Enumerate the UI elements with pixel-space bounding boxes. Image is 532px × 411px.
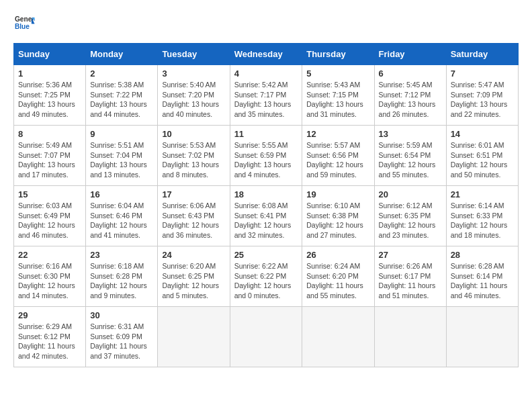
calendar-day: 6Sunrise: 5:45 AMSunset: 7:12 PMDaylight… bbox=[374, 65, 446, 126]
day-info: Sunrise: 6:29 AMSunset: 6:12 PMDaylight:… bbox=[18, 322, 81, 361]
calendar-day: 24Sunrise: 6:20 AMSunset: 6:25 PMDayligh… bbox=[158, 246, 230, 307]
day-number: 12 bbox=[306, 129, 369, 139]
calendar-day bbox=[302, 307, 374, 367]
calendar-day: 28Sunrise: 6:28 AMSunset: 6:14 PMDayligh… bbox=[446, 246, 518, 307]
calendar-day: 2Sunrise: 5:38 AMSunset: 7:22 PMDaylight… bbox=[86, 65, 158, 126]
calendar-week: 1Sunrise: 5:36 AMSunset: 7:25 PMDaylight… bbox=[14, 65, 519, 126]
weekday-header: Thursday bbox=[302, 44, 374, 65]
calendar-day: 25Sunrise: 6:22 AMSunset: 6:22 PMDayligh… bbox=[230, 246, 302, 307]
day-info: Sunrise: 5:45 AMSunset: 7:12 PMDaylight:… bbox=[379, 80, 442, 120]
day-number: 3 bbox=[162, 68, 225, 79]
calendar-day: 22Sunrise: 6:16 AMSunset: 6:30 PMDayligh… bbox=[14, 246, 86, 307]
calendar-day bbox=[158, 307, 230, 367]
day-number: 2 bbox=[90, 68, 153, 79]
day-number: 16 bbox=[90, 189, 153, 199]
day-info: Sunrise: 5:42 AMSunset: 7:17 PMDaylight:… bbox=[234, 80, 298, 120]
day-info: Sunrise: 5:47 AMSunset: 7:09 PMDaylight:… bbox=[451, 80, 514, 120]
logo: General Blue bbox=[13, 13, 35, 32]
calendar-day: 17Sunrise: 6:06 AMSunset: 6:43 PMDayligh… bbox=[158, 186, 230, 246]
day-number: 24 bbox=[162, 250, 225, 260]
day-info: Sunrise: 6:01 AMSunset: 6:51 PMDaylight:… bbox=[451, 140, 514, 180]
weekday-header: Monday bbox=[86, 44, 158, 65]
calendar-day: 3Sunrise: 5:40 AMSunset: 7:20 PMDaylight… bbox=[158, 65, 230, 126]
day-number: 30 bbox=[90, 310, 153, 320]
day-info: Sunrise: 5:43 AMSunset: 7:15 PMDaylight:… bbox=[306, 80, 369, 120]
logo-icon: General Blue bbox=[13, 13, 35, 32]
day-number: 14 bbox=[451, 129, 514, 139]
calendar-day: 18Sunrise: 6:08 AMSunset: 6:41 PMDayligh… bbox=[230, 186, 302, 246]
weekday-header: Wednesday bbox=[230, 44, 302, 65]
day-info: Sunrise: 6:20 AMSunset: 6:25 PMDaylight:… bbox=[162, 261, 225, 301]
day-info: Sunrise: 5:55 AMSunset: 6:59 PMDaylight:… bbox=[234, 140, 298, 180]
day-number: 8 bbox=[18, 129, 81, 139]
calendar-day: 11Sunrise: 5:55 AMSunset: 6:59 PMDayligh… bbox=[230, 126, 302, 186]
day-number: 10 bbox=[162, 129, 225, 139]
calendar-day: 26Sunrise: 6:24 AMSunset: 6:20 PMDayligh… bbox=[302, 246, 374, 307]
calendar-day: 7Sunrise: 5:47 AMSunset: 7:09 PMDaylight… bbox=[446, 65, 518, 126]
day-info: Sunrise: 6:28 AMSunset: 6:14 PMDaylight:… bbox=[451, 261, 514, 301]
calendar-day: 1Sunrise: 5:36 AMSunset: 7:25 PMDaylight… bbox=[14, 65, 86, 126]
day-info: Sunrise: 5:59 AMSunset: 6:54 PMDaylight:… bbox=[379, 140, 442, 180]
day-number: 5 bbox=[306, 68, 369, 79]
day-number: 1 bbox=[18, 68, 81, 79]
day-number: 13 bbox=[379, 129, 442, 139]
day-number: 26 bbox=[306, 250, 369, 260]
calendar-day: 16Sunrise: 6:04 AMSunset: 6:46 PMDayligh… bbox=[86, 186, 158, 246]
day-info: Sunrise: 6:10 AMSunset: 6:38 PMDaylight:… bbox=[306, 201, 369, 240]
day-info: Sunrise: 6:16 AMSunset: 6:30 PMDaylight:… bbox=[18, 261, 81, 301]
calendar: SundayMondayTuesdayWednesdayThursdayFrid… bbox=[13, 43, 519, 367]
calendar-day: 14Sunrise: 6:01 AMSunset: 6:51 PMDayligh… bbox=[446, 126, 518, 186]
day-info: Sunrise: 5:53 AMSunset: 7:02 PMDaylight:… bbox=[162, 140, 225, 180]
day-number: 18 bbox=[234, 189, 298, 199]
day-number: 27 bbox=[379, 250, 442, 260]
day-number: 17 bbox=[162, 189, 225, 199]
calendar-day bbox=[230, 307, 302, 367]
day-info: Sunrise: 5:57 AMSunset: 6:56 PMDaylight:… bbox=[306, 140, 369, 180]
day-number: 29 bbox=[18, 310, 81, 320]
weekday-header: Saturday bbox=[446, 44, 518, 65]
calendar-day: 23Sunrise: 6:18 AMSunset: 6:28 PMDayligh… bbox=[86, 246, 158, 307]
calendar-day: 20Sunrise: 6:12 AMSunset: 6:35 PMDayligh… bbox=[374, 186, 446, 246]
day-info: Sunrise: 6:26 AMSunset: 6:17 PMDaylight:… bbox=[379, 261, 442, 301]
day-info: Sunrise: 5:38 AMSunset: 7:22 PMDaylight:… bbox=[90, 80, 153, 120]
day-info: Sunrise: 6:08 AMSunset: 6:41 PMDaylight:… bbox=[234, 201, 298, 240]
page-header: General Blue bbox=[13, 13, 519, 32]
weekday-header: Sunday bbox=[14, 44, 86, 65]
calendar-day: 12Sunrise: 5:57 AMSunset: 6:56 PMDayligh… bbox=[302, 126, 374, 186]
calendar-day: 15Sunrise: 6:03 AMSunset: 6:49 PMDayligh… bbox=[14, 186, 86, 246]
day-info: Sunrise: 6:22 AMSunset: 6:22 PMDaylight:… bbox=[234, 261, 298, 301]
day-info: Sunrise: 5:51 AMSunset: 7:04 PMDaylight:… bbox=[90, 140, 153, 180]
day-number: 4 bbox=[234, 68, 298, 79]
day-number: 25 bbox=[234, 250, 298, 260]
svg-text:Blue: Blue bbox=[15, 23, 30, 30]
calendar-day bbox=[446, 307, 518, 367]
calendar-week: 29Sunrise: 6:29 AMSunset: 6:12 PMDayligh… bbox=[14, 307, 519, 367]
day-number: 20 bbox=[379, 189, 442, 199]
day-number: 19 bbox=[306, 189, 369, 199]
calendar-week: 15Sunrise: 6:03 AMSunset: 6:49 PMDayligh… bbox=[14, 186, 519, 246]
calendar-day: 10Sunrise: 5:53 AMSunset: 7:02 PMDayligh… bbox=[158, 126, 230, 186]
day-number: 28 bbox=[451, 250, 514, 260]
weekday-header: Friday bbox=[374, 44, 446, 65]
day-number: 6 bbox=[379, 68, 442, 79]
day-info: Sunrise: 5:36 AMSunset: 7:25 PMDaylight:… bbox=[18, 80, 81, 120]
day-number: 9 bbox=[90, 129, 153, 139]
day-number: 11 bbox=[234, 129, 298, 139]
day-info: Sunrise: 5:40 AMSunset: 7:20 PMDaylight:… bbox=[162, 80, 225, 120]
day-info: Sunrise: 6:06 AMSunset: 6:43 PMDaylight:… bbox=[162, 201, 225, 240]
day-info: Sunrise: 6:14 AMSunset: 6:33 PMDaylight:… bbox=[451, 201, 514, 240]
calendar-day: 4Sunrise: 5:42 AMSunset: 7:17 PMDaylight… bbox=[230, 65, 302, 126]
day-number: 22 bbox=[18, 250, 81, 260]
day-number: 7 bbox=[451, 68, 514, 79]
calendar-day: 9Sunrise: 5:51 AMSunset: 7:04 PMDaylight… bbox=[86, 126, 158, 186]
weekday-header: Tuesday bbox=[158, 44, 230, 65]
day-info: Sunrise: 6:24 AMSunset: 6:20 PMDaylight:… bbox=[306, 261, 369, 301]
calendar-day: 29Sunrise: 6:29 AMSunset: 6:12 PMDayligh… bbox=[14, 307, 86, 367]
calendar-day: 8Sunrise: 5:49 AMSunset: 7:07 PMDaylight… bbox=[14, 126, 86, 186]
day-info: Sunrise: 6:03 AMSunset: 6:49 PMDaylight:… bbox=[18, 201, 81, 240]
calendar-day: 21Sunrise: 6:14 AMSunset: 6:33 PMDayligh… bbox=[446, 186, 518, 246]
calendar-day: 13Sunrise: 5:59 AMSunset: 6:54 PMDayligh… bbox=[374, 126, 446, 186]
day-number: 21 bbox=[451, 189, 514, 199]
calendar-day: 30Sunrise: 6:31 AMSunset: 6:09 PMDayligh… bbox=[86, 307, 158, 367]
calendar-day bbox=[374, 307, 446, 367]
